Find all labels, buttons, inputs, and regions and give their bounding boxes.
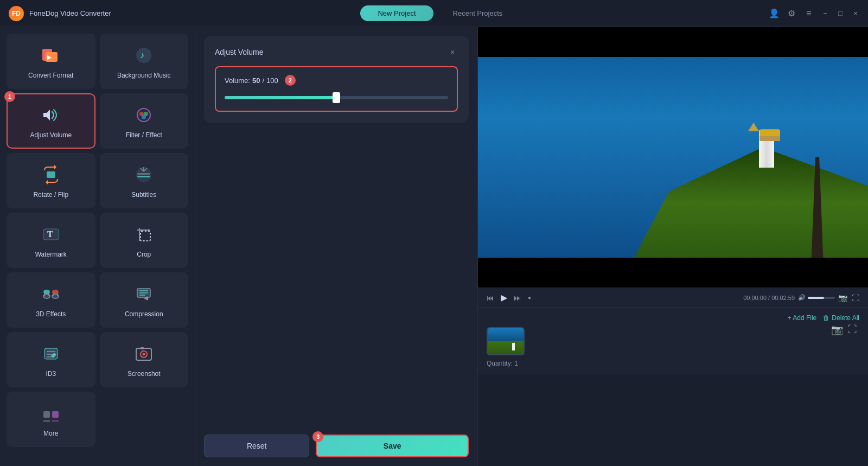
- app-logo: FD: [9, 6, 24, 21]
- video-preview: [478, 27, 868, 288]
- volume-slider-container[interactable]: [225, 92, 448, 103]
- file-manager-header: + Add File 🗑 Delete All: [487, 314, 859, 322]
- adjust-volume-icon: [39, 103, 63, 127]
- sidebar: ▶ Convert Format ♪ Background Music 1: [0, 27, 195, 466]
- volume-max: 100: [266, 76, 278, 85]
- save-label: Save: [384, 442, 401, 450]
- thumbnail-item-1[interactable]: [487, 327, 525, 355]
- screenshot-preview-icon[interactable]: 📷: [838, 293, 847, 302]
- main-content: ▶ Convert Format ♪ Background Music 1: [0, 27, 868, 466]
- dialog-footer: Reset 3 Save: [204, 426, 469, 457]
- minimize-button[interactable]: −: [821, 10, 829, 17]
- screenshot-label: Screenshot: [127, 370, 161, 378]
- tab-bar: New Project Recent Projects: [360, 5, 520, 21]
- video-controls: ⏮ ▶ ⏭ ● 00:00:00 / 00:02:59 🔊 📷 ⛶: [478, 288, 868, 307]
- more-icon: [39, 401, 63, 425]
- account-icon[interactable]: 👤: [769, 9, 779, 18]
- volume-control: 🔊: [798, 294, 835, 301]
- close-button[interactable]: ×: [852, 10, 859, 17]
- sidebar-item-id3[interactable]: ID3: [7, 332, 95, 387]
- rotate-flip-icon: [39, 163, 63, 187]
- dialog-header: Adjust Volume ×: [215, 47, 458, 58]
- svg-rect-45: [52, 411, 59, 418]
- rotate-flip-label: Rotate / Flip: [33, 191, 68, 199]
- sidebar-item-crop[interactable]: Crop: [100, 213, 189, 268]
- svg-rect-9: [47, 171, 55, 178]
- add-file-button[interactable]: + Add File: [788, 314, 817, 322]
- lighthouse-peak: [748, 123, 759, 131]
- volume-badge: 2: [285, 75, 296, 86]
- speaker-icon[interactable]: 🔊: [798, 294, 806, 301]
- volume-slider-fill: [225, 96, 336, 99]
- filter-effect-icon: [132, 103, 156, 127]
- volume-separator: /: [262, 76, 264, 85]
- svg-rect-46: [43, 420, 50, 422]
- watermark-label: Watermark: [35, 251, 67, 258]
- sidebar-item-subtitles[interactable]: Subtitles: [100, 153, 189, 208]
- id3-label: ID3: [46, 370, 56, 378]
- play-button[interactable]: ▶: [501, 292, 507, 303]
- sidebar-item-background-music[interactable]: ♪ Background Music: [100, 34, 189, 89]
- delete-icon: 🗑: [823, 314, 829, 322]
- volume-slider-thumb[interactable]: [333, 92, 340, 103]
- title-bar-right: 👤 ⚙ ≡ − □ ×: [769, 9, 859, 18]
- camera-icon[interactable]: 📷: [831, 324, 843, 336]
- subtitles-label: Subtitles: [131, 191, 156, 199]
- volume-mini-slider[interactable]: [808, 297, 835, 299]
- dialog-title: Adjust Volume: [215, 48, 264, 56]
- settings-icon[interactable]: ⚙: [787, 9, 796, 18]
- sidebar-item-screenshot[interactable]: Screenshot: [100, 332, 189, 387]
- sidebar-item-filter-effect[interactable]: Filter / Effect: [100, 93, 189, 149]
- crop-label: Crop: [137, 251, 151, 258]
- tab-new-project[interactable]: New Project: [360, 5, 433, 21]
- subtitles-icon: [132, 163, 156, 187]
- land: [634, 148, 868, 258]
- tab-recent-projects[interactable]: Recent Projects: [436, 5, 520, 21]
- delete-all-label: Delete All: [832, 314, 859, 322]
- video-scene: [478, 57, 868, 258]
- svg-rect-43: [141, 347, 144, 349]
- volume-value: 50: [252, 76, 260, 85]
- svg-rect-36: [44, 348, 58, 359]
- title-bar: FD FoneDog Video Converter New Project R…: [0, 0, 868, 27]
- black-bar-top: [478, 27, 868, 57]
- 3d-effects-label: 3D Effects: [36, 310, 66, 318]
- save-button[interactable]: 3 Save: [316, 435, 469, 457]
- svg-point-26: [43, 290, 50, 294]
- sidebar-item-3d-effects[interactable]: 3D Effects: [7, 272, 95, 328]
- dialog-close-button[interactable]: ×: [447, 47, 458, 58]
- screenshot-icon: [132, 342, 156, 366]
- expand-icon[interactable]: ⛶: [852, 293, 859, 302]
- svg-marker-11: [46, 180, 48, 184]
- convert-format-label: Convert Format: [28, 72, 73, 79]
- center-panel: Adjust Volume × Volume: 50 / 100 2: [195, 27, 477, 466]
- file-thumbnails: [487, 327, 859, 355]
- reset-button[interactable]: Reset: [204, 435, 309, 457]
- stop-button[interactable]: ●: [528, 295, 531, 301]
- sidebar-item-more[interactable]: More: [7, 392, 95, 447]
- time-display: 00:00:00 / 00:02:59 🔊 📷 ⛶: [743, 293, 859, 302]
- video-overlay-icons: 📷 ⛶: [831, 324, 857, 336]
- svg-text:♪: ♪: [140, 50, 144, 60]
- adjust-volume-badge: 1: [4, 91, 15, 102]
- sidebar-item-convert-format[interactable]: ▶ Convert Format: [7, 34, 95, 89]
- sidebar-item-adjust-volume[interactable]: 1 Adjust Volume: [7, 93, 95, 149]
- skip-to-start-button[interactable]: ⏮: [487, 293, 494, 302]
- svg-text:T: T: [47, 229, 53, 239]
- fullscreen-icon[interactable]: ⛶: [847, 324, 857, 336]
- 3d-effects-icon: [39, 282, 63, 306]
- menu-icon[interactable]: ≡: [804, 9, 814, 18]
- svg-point-30: [52, 290, 59, 294]
- quantity-label: Quantity: 1: [487, 360, 859, 367]
- svg-rect-14: [137, 173, 150, 175]
- delete-all-button[interactable]: 🗑 Delete All: [823, 314, 859, 322]
- svg-rect-13: [137, 176, 150, 177]
- sidebar-item-compression[interactable]: Compression: [100, 272, 189, 328]
- maximize-button[interactable]: □: [837, 10, 844, 17]
- timestamp: 00:00:00 / 00:02:59: [743, 295, 795, 301]
- lighthouse-light: [760, 130, 780, 136]
- title-bar-left: FD FoneDog Video Converter: [9, 6, 111, 21]
- sidebar-item-watermark[interactable]: T Watermark: [7, 213, 95, 268]
- sidebar-item-rotate-flip[interactable]: Rotate / Flip: [7, 153, 95, 208]
- skip-to-end-button[interactable]: ⏭: [514, 293, 521, 302]
